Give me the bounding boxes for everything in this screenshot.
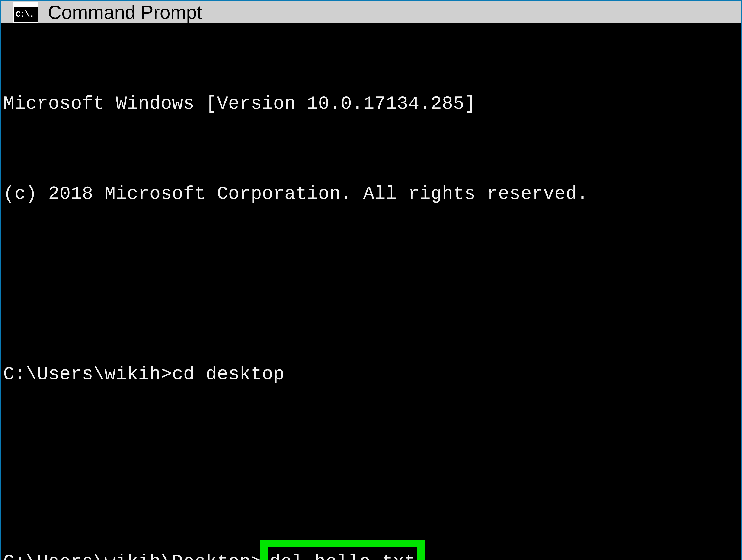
- version-line: Microsoft Windows [Version 10.0.17134.28…: [3, 89, 739, 119]
- prompt-line-1: C:\Users\wikih>cd desktop: [3, 359, 739, 389]
- titlebar[interactable]: C:\. Command Prompt: [1, 1, 741, 23]
- window-title: Command Prompt: [48, 1, 202, 23]
- prompt-1: C:\Users\wikih>: [3, 359, 172, 389]
- prompt-2: C:\Users\wikih\Desktop>: [3, 547, 262, 560]
- blank-line: [3, 269, 739, 299]
- command-1: cd desktop: [172, 359, 284, 389]
- command-prompt-window: C:\. Command Prompt Microsoft Windows [V…: [0, 0, 742, 560]
- copyright-line: (c) 2018 Microsoft Corporation. All righ…: [3, 179, 739, 209]
- icon-label: C:\.: [16, 10, 34, 19]
- highlighted-command: del hello.txt: [260, 540, 425, 560]
- terminal-area[interactable]: Microsoft Windows [Version 10.0.17134.28…: [1, 23, 741, 560]
- command-prompt-icon: C:\.: [13, 2, 39, 23]
- prompt-line-2: C:\Users\wikih\Desktop>del hello.txt: [3, 540, 739, 560]
- blank-line: [3, 449, 739, 480]
